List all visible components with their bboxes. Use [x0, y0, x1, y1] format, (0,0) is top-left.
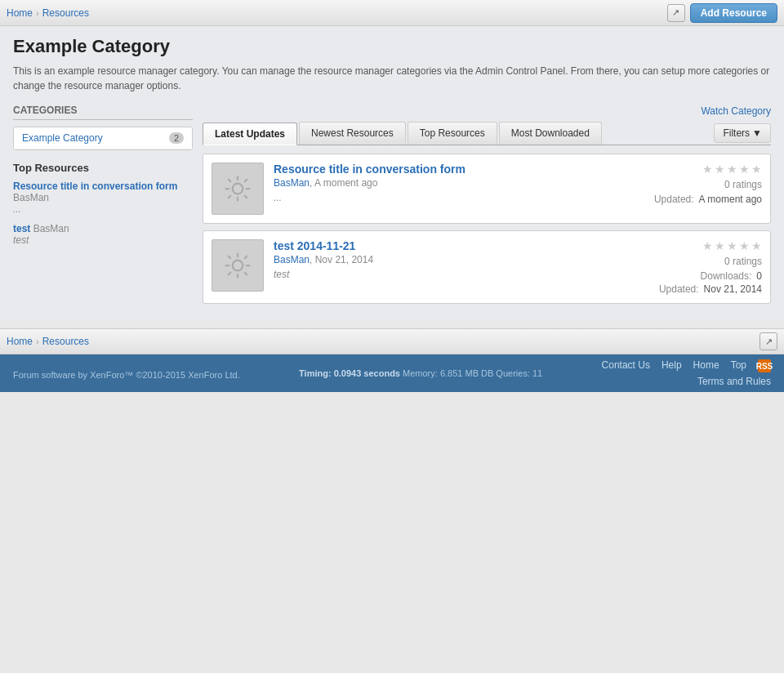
resource-info-2: test 2014-11-21 BasMan, Nov 21, 2014 tes… [274, 239, 621, 280]
sidebar-category-label: Example Category [22, 132, 103, 144]
sidebar: Categories Example Category 2 Top Resour… [13, 105, 193, 310]
watch-category-area: Watch Category [203, 105, 771, 117]
filters-chevron-icon: ▼ [752, 127, 762, 139]
page-description: This is an example resource manager cate… [13, 64, 771, 93]
star-1-4: ★ [739, 163, 750, 176]
top-nav: Home › Resources ↗ Add Resource [0, 0, 784, 26]
footer-left: Forum software by XenForo™ ©2010-2015 Xe… [13, 367, 240, 380]
stars-1: ★ ★ ★ ★ ★ [631, 163, 762, 176]
top-resource-2-excerpt: test [13, 234, 193, 246]
footer-help-link[interactable]: Help [662, 359, 682, 372]
downloads-label-2: Downloads: [701, 270, 752, 282]
star-2-2: ★ [715, 239, 725, 252]
categories-title: Categories [13, 105, 193, 120]
svg-point-1 [233, 261, 243, 271]
resource-excerpt-2: test [274, 269, 621, 280]
top-resource-1-excerpt: ... [13, 203, 193, 215]
resource-thumb-1 [212, 163, 264, 215]
breadcrumb-resources[interactable]: Resources [42, 7, 89, 19]
terms-and-rules-link[interactable]: Terms and Rules [697, 376, 771, 387]
timing-text: Timing: 0.0943 seconds Memory: 6.851 MB … [299, 368, 542, 378]
footer-top-link[interactable]: Top [731, 359, 746, 372]
star-2-4: ★ [739, 239, 750, 252]
filters-button[interactable]: Filters ▼ [714, 123, 771, 143]
footer-bar: Forum software by XenForo™ ©2010-2015 Xe… [0, 354, 784, 392]
downloads-line-2: Downloads: 0 [631, 270, 762, 282]
main-content: Watch Category Latest Updates Newest Res… [203, 105, 771, 310]
resource-meta-2: ★ ★ ★ ★ ★ 0 ratings Downloads: 0 Updated… [631, 239, 762, 295]
top-resource-1-link[interactable]: Resource title in conversation form [13, 181, 177, 192]
updated-value-1: A moment ago [699, 194, 762, 205]
updated-value-2: Nov 21, 2014 [704, 283, 762, 295]
tab-top-resources[interactable]: Top Resources [408, 122, 497, 145]
resource-excerpt-1: ... [274, 192, 621, 203]
updated-line-1: Updated: A moment ago [631, 194, 762, 205]
breadcrumb-home[interactable]: Home [7, 7, 33, 19]
watch-category-link[interactable]: Watch Category [701, 105, 771, 117]
bottom-breadcrumb-home[interactable]: Home [7, 336, 33, 347]
bottom-external-link-icon[interactable]: ↗ [760, 332, 777, 350]
footer-copyright: Forum software by XenForo™ ©2010-2015 Xe… [13, 370, 240, 380]
footer-links: Contact Us Help Home Top RSS [602, 359, 771, 372]
top-resources-title: Top Resources [13, 162, 193, 174]
resource-author-line-1: BasMan, A moment ago [274, 177, 621, 189]
stars-2: ★ ★ ★ ★ ★ [631, 239, 762, 252]
top-resources-section: Top Resources Resource title in conversa… [13, 162, 193, 246]
bottom-breadcrumb-sep: › [36, 336, 39, 346]
tabs-bar: Latest Updates Newest Resources Top Reso… [203, 122, 771, 145]
page-title: Example Category [13, 36, 771, 57]
footer-contact-link[interactable]: Contact Us [602, 359, 650, 372]
star-1-5: ★ [751, 163, 762, 176]
resource-thumb-2 [212, 239, 264, 292]
updated-line-2: Updated: Nov 21, 2014 [631, 283, 762, 295]
bottom-breadcrumb-resources[interactable]: Resources [42, 336, 89, 347]
sidebar-category-example[interactable]: Example Category 2 [14, 127, 192, 149]
top-resource-1: Resource title in conversation form BasM… [13, 181, 193, 215]
resource-info-1: Resource title in conversation form BasM… [274, 163, 621, 203]
tab-newest-resources[interactable]: Newest Resources [299, 122, 406, 145]
main-wrapper: Example Category This is an example reso… [0, 26, 784, 320]
svg-point-0 [233, 184, 243, 194]
star-1-1: ★ [702, 163, 713, 176]
gear-icon-1 [223, 174, 252, 203]
star-2-3: ★ [727, 239, 737, 252]
ratings-count-1: 0 ratings [631, 179, 762, 190]
filters-label: Filters [723, 127, 750, 139]
resource-item-1: Resource title in conversation form BasM… [203, 154, 771, 224]
categories-list: Example Category 2 [13, 127, 193, 150]
updated-label-1: Updated: [654, 194, 694, 205]
star-2-1: ★ [702, 239, 713, 252]
breadcrumb-sep-1: › [36, 8, 39, 18]
top-resource-2-link[interactable]: test [13, 223, 30, 234]
star-2-5: ★ [751, 239, 762, 252]
rss-icon[interactable]: RSS [758, 359, 771, 372]
resource-date-1: A moment ago [314, 177, 377, 189]
footer-timing: Timing: 0.0943 seconds Memory: 6.851 MB … [299, 368, 542, 378]
bottom-breadcrumb: Home › Resources [7, 336, 760, 347]
top-resource-1-author: BasMan [13, 192, 49, 203]
star-1-2: ★ [715, 163, 725, 176]
resource-author-1[interactable]: BasMan [274, 177, 310, 189]
ratings-count-2: 0 ratings [631, 256, 762, 267]
updated-label-2: Updated: [659, 283, 699, 295]
resource-author-line-2: BasMan, Nov 21, 2014 [274, 254, 621, 265]
footer-home-link[interactable]: Home [693, 359, 719, 372]
add-resource-button[interactable]: Add Resource [690, 3, 777, 23]
downloads-value-2: 0 [756, 270, 762, 282]
resource-date-2: Nov 21, 2014 [315, 254, 373, 265]
external-link-icon[interactable]: ↗ [667, 4, 685, 22]
sidebar-category-count: 2 [169, 132, 184, 144]
top-resource-2-author: BasMan [33, 223, 69, 234]
resource-meta-1: ★ ★ ★ ★ ★ 0 ratings Updated: A moment ag… [631, 163, 762, 205]
resource-item-2: test 2014-11-21 BasMan, Nov 21, 2014 tes… [203, 230, 771, 304]
nav-actions: ↗ Add Resource [667, 3, 777, 23]
resource-author-2[interactable]: BasMan [274, 254, 310, 265]
footer-right: Contact Us Help Home Top RSS Terms and R… [602, 359, 771, 387]
breadcrumb: Home › Resources [7, 7, 667, 19]
tab-latest-updates[interactable]: Latest Updates [203, 123, 297, 145]
resource-title-1[interactable]: Resource title in conversation form [274, 163, 621, 176]
gear-icon-2 [223, 251, 252, 280]
tabs-left: Latest Updates Newest Resources Top Reso… [203, 122, 604, 145]
resource-title-2[interactable]: test 2014-11-21 [274, 239, 621, 252]
tab-most-downloaded[interactable]: Most Downloaded [499, 122, 602, 145]
